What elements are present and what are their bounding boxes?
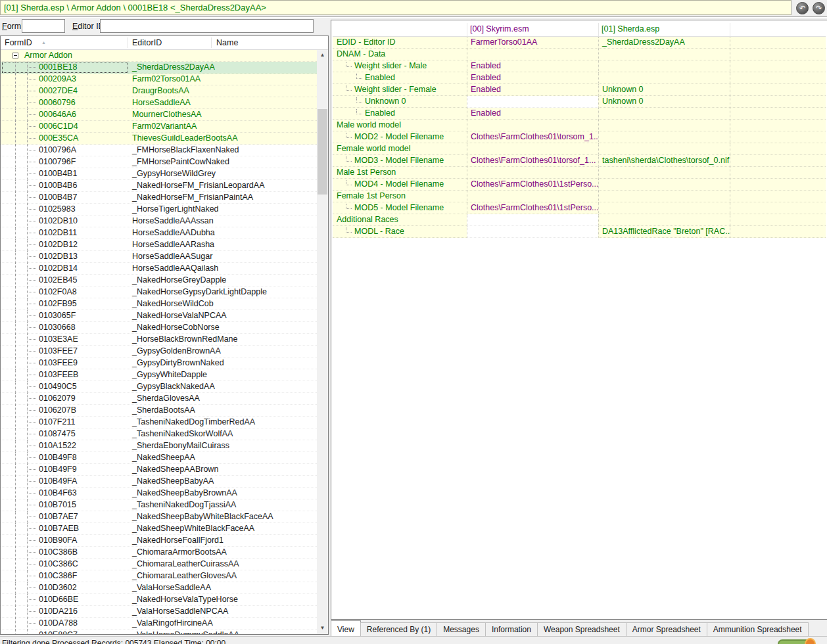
value-skyrim-esm[interactable]: Clothes\FarmClothes01\1stPerso...: [467, 202, 598, 214]
cell-editorid[interactable]: _NakedHorseCobNorse: [132, 322, 220, 333]
cell-editorid[interactable]: _NakedHorseValaTypeHorse: [132, 594, 238, 605]
cell-formid[interactable]: 0100B4B6: [2, 180, 128, 191]
value-sherda-esp[interactable]: [598, 143, 730, 155]
tree-row-0103FEEB[interactable]: 0103FEEB_GypsyWhiteDapple: [1, 369, 317, 381]
tree-row-010A1522[interactable]: 010A1522_SherdaEbonyMailCuirass: [1, 440, 317, 452]
tree-scrollbar[interactable]: ▲ ▼: [317, 50, 328, 634]
field-label[interactable]: Weight slider - Male: [333, 60, 467, 72]
cell-editorid[interactable]: HorseSaddleAASugar: [132, 251, 212, 262]
back-button[interactable]: ↶: [796, 2, 809, 14]
field-label[interactable]: MOD4 - Model Filename: [333, 179, 467, 191]
field-label[interactable]: MOD3 - Model Filename: [333, 155, 467, 167]
tree-row-0102F0A8[interactable]: 0102F0A8_NakedHorseGypsyDarkLightDapple: [1, 287, 317, 298]
cell-formid[interactable]: 010DA788: [2, 618, 128, 629]
cell-formid[interactable]: 0103E3AE: [2, 334, 128, 345]
value-sherda-esp[interactable]: [598, 191, 730, 202]
cell-formid[interactable]: 0102F0A8: [2, 287, 128, 298]
cell-editorid[interactable]: _ChiomaraLeatherCuirassAA: [132, 559, 239, 570]
field-label[interactable]: MODL - Race: [333, 226, 467, 238]
value-sherda-esp[interactable]: [598, 49, 730, 60]
field-label[interactable]: Enabled: [333, 72, 467, 84]
collapse-icon[interactable]: [12, 53, 18, 58]
tab-armor-spreadsheet[interactable]: Armor Spreadsheet: [626, 622, 707, 636]
cell-editorid[interactable]: _ValaHorseSaddleAA: [132, 582, 211, 593]
value-sherda-esp[interactable]: DA13AfflictedRace "Breton" [RAC...: [598, 226, 730, 238]
cell-formid[interactable]: 00027DE4: [2, 85, 128, 97]
scroll-down-icon[interactable]: ▼: [317, 623, 328, 634]
tree-row-010D3602[interactable]: 010D3602_ValaHorseSaddleAA: [1, 582, 317, 594]
value-skyrim-esm[interactable]: [467, 226, 598, 238]
cell-formid[interactable]: 010B7AE7: [2, 511, 128, 522]
value-sherda-esp[interactable]: [598, 214, 730, 226]
cell-formid[interactable]: 0006C1D4: [2, 121, 128, 132]
field-label[interactable]: Female world model: [333, 143, 467, 155]
cell-formid[interactable]: 0102DB12: [2, 239, 128, 250]
column-divider[interactable]: [730, 23, 730, 36]
cell-editorid[interactable]: _GypsyHorseWildGrey: [132, 168, 216, 179]
value-skyrim-esm[interactable]: Enabled: [467, 60, 598, 72]
cell-editorid[interactable]: Farm02VariantAA: [132, 121, 197, 132]
column-divider[interactable]: [128, 37, 128, 48]
tree-row-00060796[interactable]: 00060796HorseSaddleAA: [1, 97, 317, 109]
tab-view[interactable]: View: [331, 620, 361, 636]
cell-editorid[interactable]: MournerClothesAA: [132, 109, 202, 120]
cell-formid[interactable]: 01025983: [2, 204, 128, 215]
cell-formid[interactable]: 010D66BE: [2, 594, 128, 605]
value-sherda-esp[interactable]: [598, 202, 730, 214]
cell-editorid[interactable]: Farm02Torso01AA: [132, 74, 201, 85]
cell-editorid[interactable]: _SherdaEbonyMailCuirass: [132, 440, 229, 451]
tree-row-0103E3AE[interactable]: 0103E3AE_HorseBlackBrownRedMane: [1, 334, 317, 346]
tree-row-010E88C7[interactable]: 010E88C7_ValaHorseDummySaddleAA: [1, 630, 317, 634]
tab-information[interactable]: Information: [485, 622, 538, 636]
cell-editorid[interactable]: _HorseTigerLightNaked: [132, 204, 219, 215]
value-skyrim-esm[interactable]: [467, 96, 598, 108]
cell-editorid[interactable]: _NakedHorseFM_FrisianLeopardAA: [132, 180, 264, 191]
formid-filter-input[interactable]: [22, 19, 65, 33]
cell-formid[interactable]: 0102DB10: [2, 216, 128, 227]
column-divider[interactable]: [598, 23, 599, 36]
value-skyrim-esm[interactable]: [467, 191, 598, 202]
cell-editorid[interactable]: _TasheniNakedDogTimberRedAA: [132, 417, 255, 428]
tab-referenced-by-1[interactable]: Referenced By (1): [360, 622, 437, 636]
tree-root-armor-addon[interactable]: Armor Addon: [1, 50, 317, 62]
tree-row-000646A6[interactable]: 000646A6MournerClothesAA: [1, 109, 317, 121]
value-skyrim-esm[interactable]: Clothes\FarmClothes01\torsof_1...: [467, 155, 598, 167]
column-header-editorid[interactable]: EditorID: [132, 38, 162, 47]
value-sherda-esp[interactable]: [598, 179, 730, 191]
tree-row-010B49FA[interactable]: 010B49FA_NakedSheepBabyAA: [1, 476, 317, 488]
field-label[interactable]: EDID - Editor ID: [333, 37, 467, 49]
tree-row-0102DB13[interactable]: 0102DB13HorseSaddleAASugar: [1, 251, 317, 263]
tree-row-0100796F[interactable]: 0100796F_FMHorsePaintCowNaked: [1, 156, 317, 168]
cell-editorid[interactable]: _ValaHorseDummySaddleAA: [132, 630, 239, 634]
cell-editorid[interactable]: _ChiomaraLeatherGlovesAA: [132, 570, 237, 582]
tree-row-0102EB45[interactable]: 0102EB45_NakedHorseGreyDapple: [1, 275, 317, 287]
cell-editorid[interactable]: ThievesGuildLeaderBootsAA: [132, 133, 238, 144]
tree-row-0103065F[interactable]: 0103065F_NakedHorseValaNPCAA: [1, 310, 317, 322]
cell-editorid[interactable]: _NakedSheepAABrown: [132, 464, 218, 475]
field-label[interactable]: Additional Races: [333, 214, 467, 226]
tree-row-010B7AEB[interactable]: 010B7AEB_NakedSheepWhiteBlackFaceAA: [1, 523, 317, 535]
cell-editorid[interactable]: _TasheniNakedDogTjassiAA: [132, 499, 236, 511]
field-label[interactable]: MOD2 - Model Filename: [333, 131, 467, 143]
tree-row-010DA788[interactable]: 010DA788_ValaRingofHircineAA: [1, 618, 317, 630]
cell-formid[interactable]: 0100796A: [2, 145, 128, 156]
cell-editorid[interactable]: _NakedSheepBabyWhiteBlackFaceAA: [132, 511, 273, 522]
cell-formid[interactable]: 01062079: [2, 393, 128, 404]
column-divider[interactable]: [211, 37, 212, 48]
cell-formid[interactable]: 0001BE18: [2, 62, 128, 73]
cell-formid[interactable]: 0103FEEB: [2, 369, 128, 380]
cell-editorid[interactable]: _NakedHorseGypsyDarkLightDapple: [132, 287, 267, 298]
cell-editorid[interactable]: _NakedSheepBabyBrownAA: [132, 488, 237, 499]
cell-editorid[interactable]: HorseSaddleAAQailash: [132, 263, 218, 274]
tree-row-010DA216[interactable]: 010DA216_ValaHorseSaddleNPCAA: [1, 606, 317, 618]
cell-formid[interactable]: 0100B4B1: [2, 168, 128, 179]
value-skyrim-esm[interactable]: [467, 167, 598, 179]
column-header-name[interactable]: Name: [216, 38, 238, 47]
cell-formid[interactable]: 000646A6: [2, 109, 128, 120]
cell-editorid[interactable]: _GypsyBlackNakedAA: [132, 381, 215, 392]
cell-formid[interactable]: 010490C5: [2, 381, 128, 392]
tree-row-0102DB14[interactable]: 0102DB14HorseSaddleAAQailash: [1, 263, 317, 275]
cell-formid[interactable]: 0102DB14: [2, 263, 128, 274]
field-label[interactable]: DNAM - Data: [333, 49, 467, 60]
cell-formid[interactable]: 010B4F63: [2, 488, 128, 499]
